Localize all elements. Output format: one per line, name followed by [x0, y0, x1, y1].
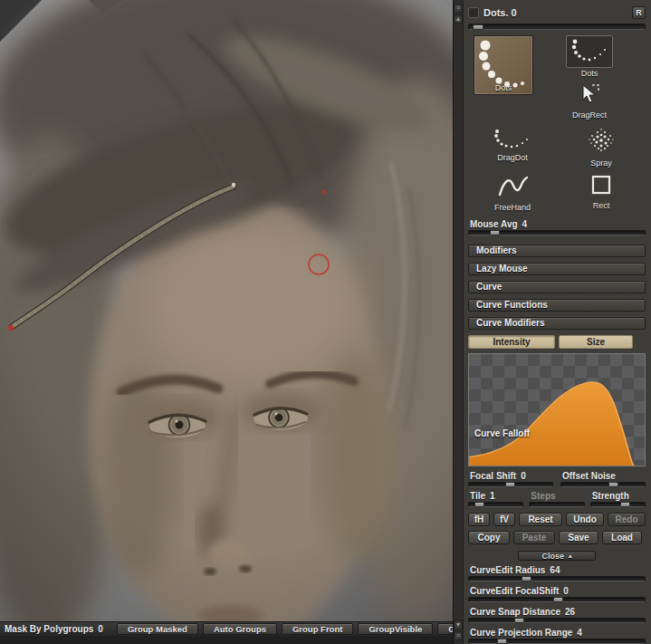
rect-icon: [589, 173, 613, 197]
current-stroke-icon: [468, 7, 479, 18]
drag-rect-icon: [578, 82, 601, 106]
curve-edit-buttons-row2: Copy Paste Save Load: [468, 531, 646, 544]
sculpt-viewport[interactable]: [0, 0, 453, 644]
group-masked-button[interactable]: Group Masked: [117, 623, 198, 635]
stroke-type-label: Rect: [593, 201, 610, 210]
stroke-panel-body: Dots. 0 R: [464, 0, 651, 644]
stroke-type-spray[interactable]: [586, 127, 617, 158]
flip-vertical-button[interactable]: fV: [493, 513, 515, 526]
panel-grip-icon[interactable]: ≡: [454, 4, 463, 13]
groups-truncated-button[interactable]: Gro: [437, 623, 453, 635]
stroke-type-label: Spray: [590, 159, 612, 168]
strength-slider[interactable]: Strength: [590, 491, 646, 507]
panel-rail: ≡ ▲ ▼ ≡: [454, 0, 464, 644]
collapse-arrow-icon: ▴: [569, 553, 572, 560]
reset-button[interactable]: Reset: [519, 513, 562, 526]
slider-handle[interactable]: [608, 482, 618, 487]
slider-handle[interactable]: [497, 639, 507, 644]
steps-slider: Steps: [529, 491, 584, 507]
stroke-type-grid: Dots: [468, 35, 646, 212]
slider-handle[interactable]: [620, 502, 630, 507]
freehand-icon: [494, 173, 531, 198]
dots-stroke-icon: [570, 38, 609, 62]
stroke-type-dragrect[interactable]: [578, 82, 601, 110]
mask-by-polygroups-label: Mask By Polygroups0: [5, 624, 103, 634]
spray-icon: [586, 127, 617, 154]
section-modifiers[interactable]: Modifiers: [468, 245, 646, 257]
load-button[interactable]: Load: [602, 531, 642, 544]
panel-grip-bottom-icon[interactable]: ≡: [454, 631, 463, 640]
redo-button: Redo: [608, 513, 646, 526]
slider-handle[interactable]: [553, 597, 563, 602]
flip-horizontal-button[interactable]: fH: [468, 513, 490, 526]
section-curve-functions[interactable]: Curve Functions: [468, 299, 646, 312]
section-curve[interactable]: Curve: [468, 281, 646, 293]
sculpt-head-render: [0, 0, 453, 621]
stroke-type-label: Dots: [474, 83, 532, 92]
curve-projection-range-slider[interactable]: Curve Projection Range4: [468, 628, 646, 644]
drag-dot-icon: [493, 127, 532, 149]
section-lazy-mouse[interactable]: Lazy Mouse: [468, 263, 646, 275]
tab-intensity[interactable]: Intensity: [468, 335, 555, 349]
undo-button[interactable]: Undo: [566, 513, 604, 526]
mask-label-text: Mask By Polygroups: [5, 624, 93, 634]
stroke-type-rect[interactable]: [589, 173, 613, 200]
status-strip: [0, 636, 453, 644]
curve-edit-focalshift-slider[interactable]: CurveEdit FocalShift0: [468, 586, 646, 602]
slider-handle[interactable]: [514, 618, 524, 623]
close-curve-editor-button[interactable]: Close ▴: [518, 551, 596, 561]
bottom-toolbar: Mask By Polygroups0 Group Masked Auto Gr…: [0, 621, 453, 636]
curve-falloff-label: Curve Falloff: [474, 428, 530, 438]
panel-scroll-down-icon[interactable]: ▼: [454, 620, 463, 630]
tab-size[interactable]: Size: [559, 335, 633, 349]
focal-shift-slider[interactable]: Focal Shift0: [468, 471, 553, 487]
tile-slider[interactable]: Tile1: [468, 491, 523, 507]
mouse-avg-label: Mouse Avg4: [468, 219, 646, 229]
falloff-tabs: Intensity Size: [468, 335, 646, 349]
stroke-palette-panel: ≡ ▲ ▼ ≡ Dots. 0 R: [453, 0, 651, 644]
section-curve-modifiers[interactable]: Curve Modifiers: [468, 317, 646, 330]
mouse-avg-slider[interactable]: Mouse Avg4: [468, 219, 646, 235]
stroke-type-freehand[interactable]: [494, 173, 531, 202]
copy-button[interactable]: Copy: [468, 531, 510, 544]
curve-falloff-editor[interactable]: Curve Falloff: [468, 353, 646, 466]
save-button[interactable]: Save: [559, 531, 598, 544]
paste-button: Paste: [513, 531, 555, 544]
stroke-type-label: DragDot: [497, 153, 528, 162]
panel-scroll-up-icon[interactable]: ▲: [454, 14, 463, 24]
stroke-type-label: Dots: [581, 69, 598, 78]
offset-noise-slider[interactable]: Offset Noise: [560, 471, 646, 487]
restore-config-button[interactable]: R: [632, 6, 646, 19]
slider-handle[interactable]: [473, 24, 483, 30]
slider-handle[interactable]: [474, 502, 484, 507]
stroke-type-label: DragRect: [572, 111, 607, 120]
slider-handle[interactable]: [522, 576, 531, 582]
falloff-curve: [469, 354, 645, 466]
stroke-type-label: FreeHand: [494, 203, 531, 212]
group-visible-button[interactable]: GroupVisible: [358, 623, 433, 635]
curve-edit-buttons-row1: fH fV Reset Undo Redo: [468, 513, 646, 526]
curve-edit-radius-slider[interactable]: CurveEdit Radius64: [468, 565, 646, 582]
auto-groups-button[interactable]: Auto Groups: [203, 623, 277, 635]
stroke-type-dots[interactable]: [566, 35, 613, 68]
stroke-header: Dots. 0 R: [468, 6, 646, 19]
curve-snap-distance-slider[interactable]: Curve Snap Distance26: [468, 607, 646, 623]
stroke-select-slider[interactable]: [468, 24, 646, 30]
group-front-button[interactable]: Group Front: [282, 623, 353, 635]
stroke-type-dragdot[interactable]: [493, 127, 532, 152]
current-stroke-title: Dots. 0: [483, 7, 632, 18]
zbrush-window: Mask By Polygroups0 Group Masked Auto Gr…: [0, 0, 651, 644]
mask-value: 0: [98, 624, 103, 634]
stroke-type-dots-selected[interactable]: Dots: [474, 35, 533, 95]
slider-handle[interactable]: [490, 230, 500, 235]
slider-handle[interactable]: [505, 482, 515, 487]
